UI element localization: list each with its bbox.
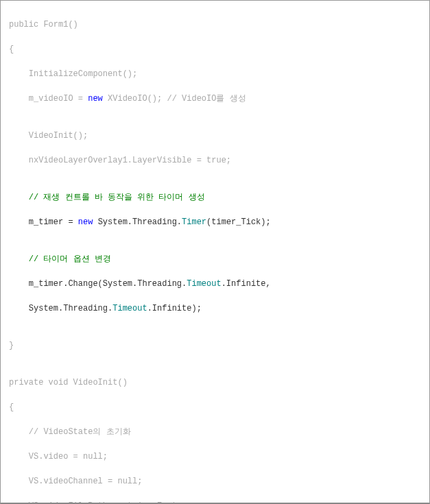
code-line: { <box>9 43 421 56</box>
code-line: VS.videoFilePath = string.Empty; <box>9 500 421 504</box>
code-line: VS.videoChannel = null; <box>9 475 421 488</box>
code-line: VS.video = null; <box>9 451 421 463</box>
code-line: System.Threading.Timeout.Infinite); <box>9 302 421 315</box>
code-line: public Form1() <box>9 19 421 31</box>
code-block: public Form1() { InitializeComponent(); … <box>9 6 421 504</box>
code-line: // VideoState의 초기화 <box>9 426 421 438</box>
code-line: InitializeComponent(); <box>9 68 421 80</box>
code-line: // 재생 컨트롤 바 동작을 위한 타이머 생성 <box>9 191 421 204</box>
code-line: m_timer = new System.Threading.Timer(tim… <box>9 216 421 228</box>
code-line: m_timer.Change(System.Threading.Timeout.… <box>9 278 421 290</box>
code-line: nxVideoLayerOverlay1.LayerVisible = true… <box>9 154 421 167</box>
code-line: } <box>9 339 421 352</box>
code-line: m_videoIO = new XVideoIO(); // VideoIO를 … <box>9 93 421 105</box>
code-line: VideoInit(); <box>9 130 421 142</box>
code-line: { <box>9 401 421 413</box>
code-line: // 타이머 옵션 변경 <box>9 253 421 265</box>
code-line: private void VideoInit() <box>9 376 421 389</box>
